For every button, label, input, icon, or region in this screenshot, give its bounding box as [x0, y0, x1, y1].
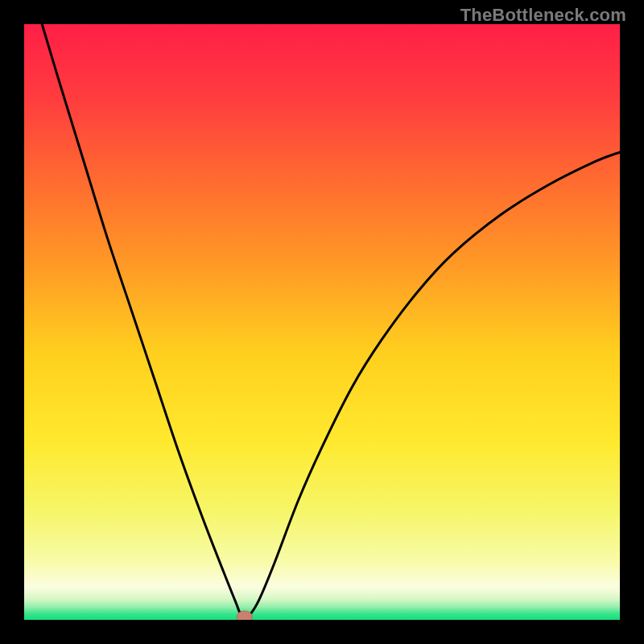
gradient-background: [24, 24, 620, 620]
chart-stage: TheBottleneck.com: [0, 0, 644, 644]
optimal-point-marker: [237, 611, 252, 620]
chart-svg: [24, 24, 620, 620]
watermark-text: TheBottleneck.com: [460, 5, 626, 26]
plot-area: [24, 24, 620, 620]
